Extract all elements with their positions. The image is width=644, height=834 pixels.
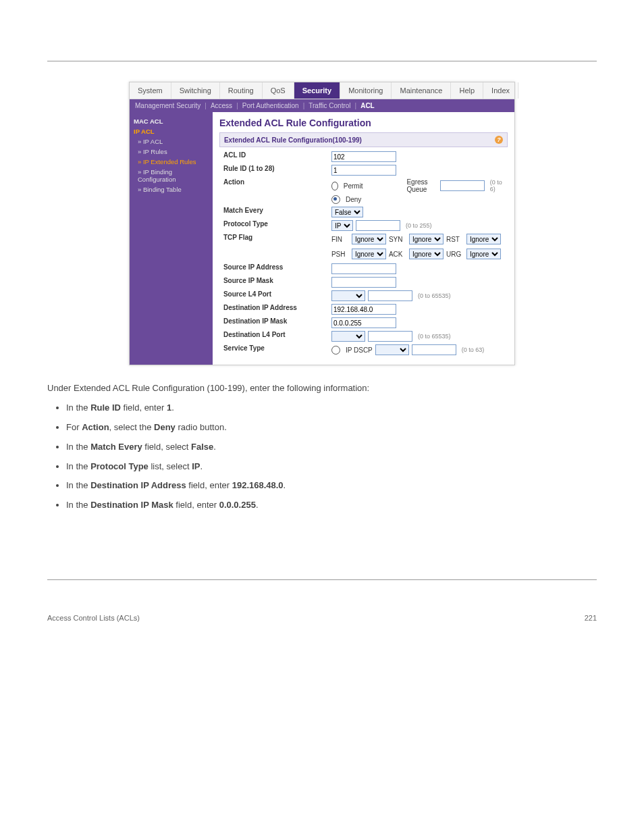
- match-every-select[interactable]: False: [331, 207, 363, 217]
- tcp-ack-label: ACK: [389, 251, 406, 258]
- tab-qos[interactable]: QoS: [263, 82, 294, 99]
- step-dst-ip: In the Destination IP Address field, ent…: [66, 479, 597, 492]
- hint-dst-l4: (0 to 65535): [418, 333, 451, 340]
- tcp-psh-select[interactable]: Ignore: [352, 249, 386, 259]
- tcp-syn-select[interactable]: Ignore: [409, 234, 444, 244]
- tab-security[interactable]: Security: [294, 82, 340, 99]
- radio-permit-label: Permit: [344, 182, 363, 190]
- protocol-type-select[interactable]: IP: [331, 220, 353, 231]
- sidenav-mac-acl[interactable]: MAC ACL: [134, 116, 209, 126]
- sidenav-ip-binding-config[interactable]: » IP Binding Configuration: [134, 167, 209, 184]
- tab-index[interactable]: Index: [483, 82, 518, 99]
- egress-queue-input[interactable]: [440, 180, 485, 191]
- lbl-dst-l4: Destination L4 Port: [223, 331, 331, 338]
- footer-left: Access Control Lists (ACLs): [47, 614, 140, 622]
- tcp-urg-select[interactable]: Ignore: [466, 249, 501, 259]
- radio-ip-dscp[interactable]: [331, 346, 340, 355]
- subnav-mgmt-security[interactable]: Management Security: [135, 102, 200, 109]
- acl-id-input[interactable]: [331, 151, 396, 162]
- tab-switching[interactable]: Switching: [171, 82, 220, 99]
- lbl-tcp-flag: TCP Flag: [223, 234, 331, 241]
- lbl-dst-ip: Destination IP Address: [223, 304, 331, 311]
- screenshot-frame: System Switching Routing QoS Security Mo…: [129, 82, 515, 365]
- lbl-service-type: Service Type: [223, 344, 331, 352]
- lbl-protocol-type: Protocol Type: [223, 220, 331, 228]
- dst-l4-select[interactable]: [331, 331, 365, 342]
- src-mask-input[interactable]: [331, 277, 396, 288]
- sidenav-ip-ext-rules[interactable]: » IP Extended Rules: [134, 157, 209, 167]
- sub-nav: Management Security| Access| Port Authen…: [130, 99, 514, 112]
- footer-page-number: 221: [585, 614, 597, 622]
- rule-id-input[interactable]: [331, 165, 396, 176]
- tcp-urg-label: URG: [446, 251, 464, 258]
- main-pane: Extended ACL Rule Configuration Extended…: [213, 112, 514, 365]
- radio-permit[interactable]: [331, 182, 338, 190]
- lbl-acl-id: ACL ID: [223, 151, 331, 159]
- protocol-type-input[interactable]: [356, 220, 400, 231]
- hint-ip-dscp: (0 to 63): [462, 346, 485, 353]
- top-nav: System Switching Routing QoS Security Mo…: [130, 82, 514, 99]
- lbl-action: Action: [223, 178, 331, 186]
- tcp-ack-select[interactable]: Ignore: [409, 249, 444, 259]
- bottom-rule: [47, 579, 597, 580]
- step-protocol: In the Protocol Type list, select IP.: [66, 461, 597, 473]
- subnav-acl[interactable]: ACL: [360, 102, 375, 109]
- lbl-src-l4: Source L4 Port: [223, 290, 331, 298]
- lbl-egress-queue: Egress Queue: [406, 178, 437, 193]
- dst-mask-input[interactable]: [331, 317, 396, 328]
- sidenav-ip-acl[interactable]: IP ACL: [134, 126, 209, 136]
- tcp-fin-label: FIN: [331, 236, 349, 243]
- lbl-rule-id: Rule ID (1 to 28): [223, 165, 331, 172]
- panel-head: Extended ACL Rule Configuration(100-199)…: [219, 132, 508, 147]
- sidenav-ip-rules[interactable]: » IP Rules: [134, 147, 209, 157]
- src-l4-select[interactable]: [331, 290, 365, 301]
- step-list: In the Rule ID field, enter 1. For Actio…: [53, 402, 597, 512]
- tab-help[interactable]: Help: [451, 82, 483, 99]
- lbl-src-mask: Source IP Mask: [223, 277, 331, 284]
- radio-deny[interactable]: [331, 195, 340, 204]
- tab-maintenance[interactable]: Maintenance: [392, 82, 451, 99]
- subnav-access[interactable]: Access: [211, 102, 232, 109]
- sidenav-ip-acl-child[interactable]: » IP ACL: [134, 136, 209, 147]
- src-l4-input[interactable]: [368, 290, 412, 301]
- src-ip-input[interactable]: [331, 263, 396, 274]
- top-rule: [47, 61, 597, 61]
- step-action: For Action, select the Deny radio button…: [66, 421, 597, 434]
- tcp-fin-select[interactable]: Ignore: [352, 234, 386, 244]
- hint-src-l4: (0 to 65535): [418, 292, 451, 299]
- tcp-psh-label: PSH: [331, 251, 349, 258]
- radio-ip-dscp-label: IP DSCP: [346, 346, 373, 354]
- subnav-port-auth[interactable]: Port Authentication: [242, 102, 299, 109]
- ip-dscp-select[interactable]: [375, 344, 409, 355]
- tab-system[interactable]: System: [130, 82, 171, 99]
- lbl-src-ip: Source IP Address: [223, 263, 331, 271]
- dst-ip-input[interactable]: [331, 304, 396, 315]
- intro-line: Under Extended ACL Rule Configuration (1…: [47, 383, 597, 393]
- hint-protocol: (0 to 255): [406, 222, 432, 229]
- dst-l4-input[interactable]: [368, 331, 412, 342]
- step-dst-mask: In the Destination IP Mask field, enter …: [66, 499, 597, 512]
- sidenav-binding-table[interactable]: » Binding Table: [134, 184, 209, 194]
- page-title: Extended ACL Rule Configuration: [219, 118, 508, 128]
- subnav-traffic-control[interactable]: Traffic Control: [308, 102, 350, 109]
- help-icon[interactable]: ?: [495, 136, 503, 144]
- tcp-rst-label: RST: [446, 236, 464, 243]
- tcp-rst-select[interactable]: Ignore: [466, 234, 501, 244]
- ip-dscp-input[interactable]: [412, 344, 456, 355]
- lbl-match-every: Match Every: [223, 207, 331, 214]
- radio-deny-label: Deny: [346, 196, 361, 203]
- step-rule-id: In the Rule ID field, enter 1.: [66, 402, 597, 415]
- tcp-syn-label: SYN: [389, 236, 406, 243]
- lbl-dst-mask: Destination IP Mask: [223, 317, 331, 325]
- hint-egress: (0 to 6): [490, 179, 504, 192]
- tab-routing[interactable]: Routing: [220, 82, 263, 99]
- step-match-every: In the Match Every field, select False.: [66, 441, 597, 454]
- panel-head-label: Extended ACL Rule Configuration(100-199): [224, 136, 362, 144]
- tab-monitoring[interactable]: Monitoring: [340, 82, 392, 99]
- side-nav: MAC ACL IP ACL » IP ACL » IP Rules » IP …: [130, 112, 213, 365]
